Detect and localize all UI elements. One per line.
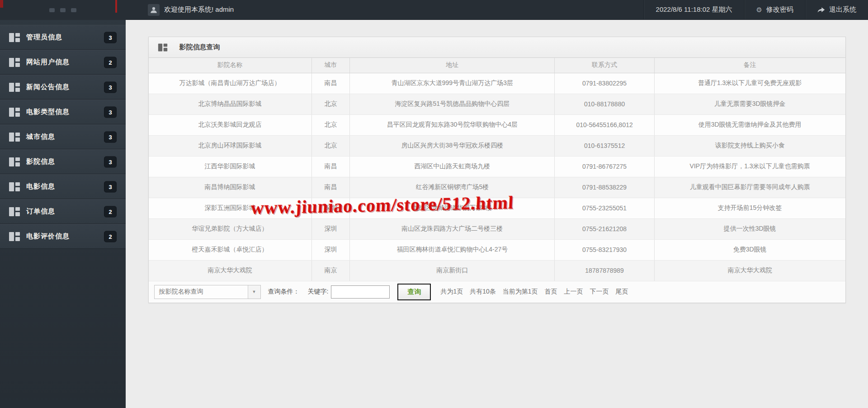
sidebar-item-label: 订单信息 [26,207,55,216]
count-badge: 3 [104,156,117,167]
table-row: 万达影城（南昌青山湖万达广场店） 南昌 青山湖区京东大道999号青山湖万达广场3… [149,73,845,94]
sidebar-item-cinemas[interactable]: 影院信息 3 [0,149,126,174]
sidebar-item-label: 城市信息 [26,133,55,141]
first-page-link[interactable]: 首页 [545,288,557,296]
select-value: 按影院名称查询 [155,288,248,296]
cell-city: 南昌 [311,177,350,198]
keyword-label: 关键字: [308,288,329,296]
cell-city: 北京 [311,135,350,156]
sidebar-item-label: 网站用户信息 [26,58,70,66]
cell-city: 深圳 [311,218,350,239]
cell-remark: 儿童观看中国巨幕影厅需要等同成年人购票 [654,177,845,198]
cell-name: 华谊兄弟影院（方大城店） [149,218,312,239]
corner-artifact [115,0,117,13]
sidebar-header [0,0,126,20]
grid-icon [158,43,168,52]
count-badge: 3 [104,81,117,93]
count-badge: 2 [104,231,117,242]
next-page-link[interactable]: 下一页 [590,288,609,296]
cell-city: 南昌 [311,73,350,94]
cell-name: 北京沃美影城回龙观店 [149,114,312,135]
grid-icon [9,181,20,193]
chevron-down-icon: ▼ [248,285,260,299]
cell-remark: 免费3D眼镜 [654,239,845,260]
sidebar-item-label: 电影类型信息 [26,108,70,116]
change-password-button[interactable]: ⚙ 修改密码 [744,0,805,19]
cell-remark: VIP厅为特殊影厅，1.3米以下儿童也需购票 [654,156,845,177]
count-badge: 2 [104,206,117,217]
cell-name: 北京房山环球国际影城 [149,135,312,156]
cell-name: 南京大华大戏院 [149,260,312,281]
query-type-select[interactable]: 按影院名称查询 ▼ [154,285,261,299]
count-badge: 3 [104,131,117,142]
cell-address: 红谷滩新区铜锣湾广场5楼 [350,177,555,198]
cinema-table: 影院名称 城市 地址 联系方式 备注 万达影城（南昌青山湖万达广场店） 南昌 青… [149,58,845,281]
window-dot-icon [60,8,66,12]
record-count-text: 共有10条 [470,288,496,296]
sidebar-item-site-users[interactable]: 网站用户信息 2 [0,50,126,75]
datetime-text: 2022/8/6 11:18:02 星期六 [644,0,744,19]
cell-contact: 0755-21621208 [555,218,654,239]
cell-contact: 0791-86767275 [555,156,654,177]
cell-address: 房山区兴房大街38号华冠欢乐楼四楼 [350,135,555,156]
prev-page-link[interactable]: 上一页 [564,288,583,296]
table-header-row: 影院名称 城市 地址 联系方式 备注 [149,58,845,73]
sidebar-item-movies[interactable]: 电影信息 3 [0,174,126,199]
content-area: 影院信息查询 影院名称 城市 地址 联系方式 备注 [126,20,868,408]
window-dot-icon [71,8,76,12]
keyword-input[interactable] [331,285,390,299]
cell-address: 南京新街口 [350,260,555,281]
table-row: 北京博纳晶品国际影城 北京 海淀区复兴路51号凯德晶品购物中心四层 010-88… [149,94,845,114]
column-header-remark: 备注 [654,58,845,73]
current-page-text: 当前为第1页 [503,288,538,296]
cell-address: 龙岗区龙城街道华润万家3楼 [350,198,555,218]
cell-remark: 使用3D眼镜无需缴纳押金及其他费用 [654,114,845,135]
cell-remark: 儿童无票需要3D眼镜押金 [654,94,845,114]
cell-city: 南昌 [311,156,350,177]
cell-remark: 支持开场前15分钟改签 [654,198,845,218]
user-icon [148,4,160,16]
table-row: 南昌博纳国际影城 南昌 红谷滩新区铜锣湾广场5楼 0791-88538229 儿… [149,177,845,198]
query-bar: 按影院名称查询 ▼ 查询条件： 关键字: 查询 共为1页 共有10条 当前为第1… [149,281,845,303]
gear-icon: ⚙ [756,6,762,13]
cell-name: 北京博纳晶品国际影城 [149,94,312,114]
column-header-contact: 联系方式 [555,58,654,73]
count-badge: 3 [104,32,117,43]
app-window: 管理员信息 3 网站用户信息 2 新闻公告信息 3 电影类型信息 3 城市信息 [0,0,868,408]
cell-contact: 0755-23255051 [555,198,654,218]
grid-icon [9,206,20,218]
sidebar-item-cities[interactable]: 城市信息 3 [0,124,126,149]
logout-button[interactable]: 退出系统 [805,0,868,19]
sidebar-item-movie-types[interactable]: 电影类型信息 3 [0,100,126,124]
cell-address: 福田区梅林街道卓悦汇购物中心L4-27号 [350,239,555,260]
cell-address: 海淀区复兴路51号凯德晶品购物中心四层 [350,94,555,114]
pagination: 共为1页 共有10条 当前为第1页 首页 上一页 下一页 尾页 [440,288,628,296]
cinema-query-panel: 影院信息查询 影院名称 城市 地址 联系方式 备注 [148,37,846,303]
count-badge: 3 [104,181,117,192]
cell-remark: 该影院支持线上购买小食 [654,135,845,156]
last-page-link[interactable]: 尾页 [616,288,628,296]
grid-icon [9,131,20,143]
sidebar-item-admin-info[interactable]: 管理员信息 3 [0,25,126,50]
grid-icon [9,57,20,68]
cell-city: 北京 [311,94,350,114]
cell-name: 深影五洲国际影城 [149,198,312,218]
cell-remark: 提供一次性3D眼镜 [654,218,845,239]
cell-name: 万达影城（南昌青山湖万达广场店） [149,73,312,94]
cell-address: 西湖区中山路天虹商场九楼 [350,156,555,177]
top-header: 欢迎使用本系统! admin 2022/8/6 11:18:02 星期六 ⚙ 修… [126,0,868,20]
condition-label: 查询条件： [268,288,300,296]
count-badge: 3 [104,106,117,118]
sidebar-item-label: 影院信息 [26,157,55,166]
welcome-text: 欢迎使用本系统! admin [164,5,234,14]
table-row: 深影五洲国际影城 深圳 龙岗区龙城街道华润万家3楼 0755-23255051 … [149,198,845,218]
cell-name: 南昌博纳国际影城 [149,177,312,198]
sidebar-menu: 管理员信息 3 网站用户信息 2 新闻公告信息 3 电影类型信息 3 城市信息 [0,25,126,249]
sidebar-item-label: 电影信息 [26,182,55,191]
search-button[interactable]: 查询 [397,284,431,300]
sidebar-item-movie-reviews[interactable]: 电影评价信息 2 [0,224,126,249]
sidebar-item-label: 电影评价信息 [26,232,70,241]
sidebar-item-news[interactable]: 新闻公告信息 3 [0,75,126,100]
sidebar-item-orders[interactable]: 订单信息 2 [0,199,126,224]
cell-city: 深圳 [311,198,350,218]
